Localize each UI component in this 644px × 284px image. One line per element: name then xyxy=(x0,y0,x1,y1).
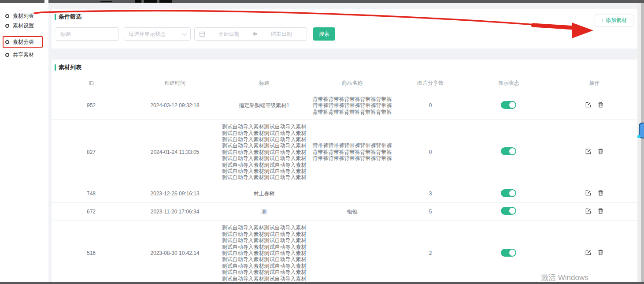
floating-widget-dot xyxy=(637,135,640,138)
cell-shares: 0 xyxy=(395,92,466,120)
sidebar: 素材列表 素材设置 素材分类 共享素材 xyxy=(0,3,48,282)
sidebar-item-material-settings[interactable]: 素材设置 xyxy=(5,22,34,30)
table-row: 827 2024-01-24 11:33:05 测试自动导入素材测试自动导入素材… xyxy=(52,120,637,185)
status-toggle[interactable] xyxy=(501,101,516,109)
cell-actions xyxy=(551,120,637,185)
sidebar-item-label: 素材列表 xyxy=(13,12,34,20)
edit-icon[interactable] xyxy=(585,190,592,198)
circle-icon xyxy=(5,14,9,18)
table-row: 748 2023-12-26 09:16:13 村上春树 3 xyxy=(52,185,637,202)
delete-icon[interactable] xyxy=(597,190,604,198)
cropped-text-fragment xyxy=(135,0,141,3)
add-material-button[interactable]: + 添加素材 xyxy=(595,15,633,26)
cell-id: 748 xyxy=(52,185,131,202)
calendar-icon xyxy=(199,31,205,37)
status-toggle[interactable] xyxy=(501,147,516,155)
cell-created: 2023-12-26 09:16:13 xyxy=(131,185,219,202)
cell-status xyxy=(466,220,551,282)
col-product: 商品名称 xyxy=(309,75,395,92)
toggle-knob xyxy=(509,190,515,196)
sidebar-item-shared-material[interactable]: 共享素材 xyxy=(5,51,34,59)
delete-icon[interactable] xyxy=(597,208,604,216)
cell-shares: 0 xyxy=(395,120,466,185)
date-start-placeholder: 开始日期 xyxy=(208,30,250,38)
cell-title: 指定采购端等级素材1 xyxy=(219,92,309,120)
cell-actions xyxy=(551,92,637,120)
delete-icon[interactable] xyxy=(597,148,604,156)
delete-icon[interactable] xyxy=(597,249,604,257)
table-body: 952 2024-03-12 09:32:18 指定采购端等级素材1 背带裤背带… xyxy=(52,92,637,283)
cell-title: 测 xyxy=(219,203,309,220)
col-created: 创建时间 xyxy=(131,75,219,92)
edit-icon[interactable] xyxy=(585,249,592,257)
col-id: ID xyxy=(52,75,131,92)
filter-section-title: 条件筛选 xyxy=(55,13,81,21)
edit-icon[interactable] xyxy=(585,148,592,156)
col-title: 标题 xyxy=(219,75,309,92)
scrollbar-track[interactable] xyxy=(641,3,644,282)
col-shares: 图片分享数 xyxy=(395,75,466,92)
col-status: 显示状态 xyxy=(466,75,551,92)
activate-windows-watermark: 激活 Windows xyxy=(541,273,588,283)
cell-status xyxy=(466,185,551,202)
status-select[interactable]: 请选择显示状态 xyxy=(124,27,191,41)
delete-icon[interactable] xyxy=(597,101,604,109)
cell-id: 952 xyxy=(52,92,131,120)
table-header-row: ID 创建时间 标题 商品名称 图片分享数 显示状态 操作 xyxy=(52,75,637,92)
table-row: 952 2024-03-12 09:32:18 指定采购端等级素材1 背带裤背带… xyxy=(52,92,637,120)
cell-created: 2024-03-12 09:32:18 xyxy=(131,92,219,120)
section-accent-bar xyxy=(55,14,56,20)
date-separator: 至 xyxy=(252,30,258,38)
date-end-placeholder: 结束日期 xyxy=(260,30,302,38)
sidebar-item-label: 素材设置 xyxy=(13,22,34,30)
col-actions: 操作 xyxy=(551,75,637,92)
material-table: ID 创建时间 标题 商品名称 图片分享数 显示状态 操作 952 2024-0… xyxy=(52,75,637,282)
circle-icon xyxy=(5,24,9,28)
edit-icon[interactable] xyxy=(585,208,592,216)
chevron-down-icon xyxy=(182,31,187,36)
section-accent-bar xyxy=(55,64,56,71)
cell-product: 背带裤背带裤背带裤背带裤背带裤背带裤背带裤背带裤背带裤背带裤背带裤背带裤背带裤背… xyxy=(309,92,395,120)
circle-icon xyxy=(5,40,9,44)
table-section-title: 素材列表 xyxy=(55,64,81,71)
sidebar-item-label: 共享素材 xyxy=(13,51,34,59)
cell-created: 2024-01-24 11:33:05 xyxy=(131,120,219,185)
filter-row: 请选择显示状态 开始日期 至 结束日期 搜索 xyxy=(55,27,335,41)
sidebar-item-material-category[interactable]: 素材分类 xyxy=(5,38,34,46)
edit-icon[interactable] xyxy=(585,101,592,109)
cell-created: 2023-08-30 10:42:14 xyxy=(131,220,219,282)
circle-icon xyxy=(5,53,9,57)
search-button[interactable]: 搜索 xyxy=(313,27,335,41)
cropped-text-fragment xyxy=(159,0,172,3)
toggle-knob xyxy=(509,102,515,108)
date-range-picker[interactable]: 开始日期 至 结束日期 xyxy=(194,27,307,41)
cell-status xyxy=(466,92,551,120)
top-cropped-strip xyxy=(0,0,644,3)
cell-product xyxy=(309,220,395,282)
cell-actions xyxy=(551,203,637,220)
cell-status xyxy=(466,203,551,220)
cell-title: 测试自动导入素材测试自动导入素材测试自动导入素材测试自动导入素材测试自动导入素材… xyxy=(219,220,309,282)
title-input[interactable] xyxy=(55,27,119,41)
status-toggle[interactable] xyxy=(501,207,516,215)
main-content: 条件筛选 + 添加素材 请选择显示状态 开始日期 至 结束日期 搜索 xyxy=(48,3,637,282)
cell-shares: 5 xyxy=(395,203,466,220)
cell-title: 测试自动导入素材测试自动导入素材测试自动导入素材测试自动导入素材测试自动导入素材… xyxy=(219,120,309,185)
sidebar-item-label: 素材分类 xyxy=(13,38,34,46)
cell-created: 2023-11-20 17:06:34 xyxy=(131,203,219,220)
status-toggle[interactable] xyxy=(501,189,516,197)
cell-id: 672 xyxy=(52,203,131,220)
cell-shares: 2 xyxy=(395,220,466,282)
sidebar-item-material-list[interactable]: 素材列表 xyxy=(5,12,34,20)
cell-actions xyxy=(551,185,637,202)
cropped-text-fragment xyxy=(100,1,112,2)
cell-status xyxy=(466,120,551,185)
top-strip-gap xyxy=(44,0,48,3)
filter-panel: 条件筛选 + 添加素材 请选择显示状态 开始日期 至 结束日期 搜索 xyxy=(52,9,637,49)
scrollbar[interactable] xyxy=(637,3,644,282)
status-toggle[interactable] xyxy=(501,249,516,257)
toggle-knob xyxy=(509,148,515,154)
cell-product: 背带裤背带裤背带裤背带裤背带裤背带裤背带裤背带裤背带裤背带裤背带裤背带裤背带裤背… xyxy=(309,120,395,185)
cell-product: 饱饱 xyxy=(309,203,395,220)
cell-id: 827 xyxy=(52,120,131,185)
